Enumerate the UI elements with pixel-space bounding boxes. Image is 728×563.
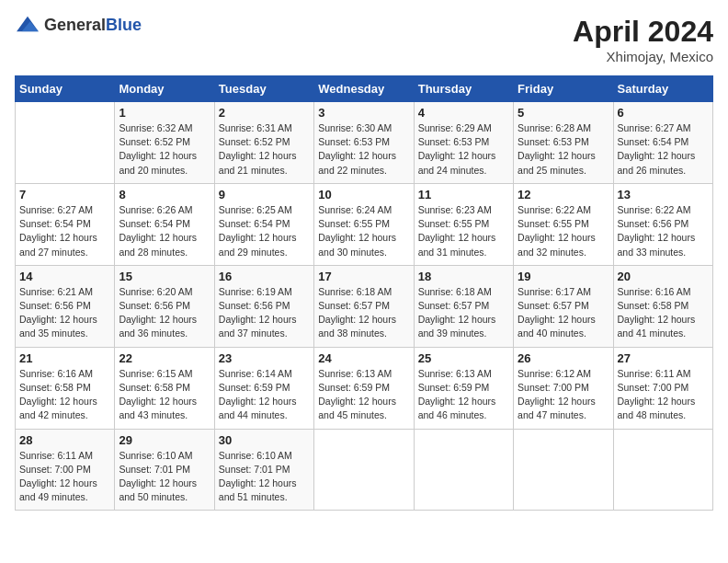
- day-info: Sunrise: 6:16 AM Sunset: 6:58 PM Dayligh…: [618, 285, 709, 341]
- day-info: Sunrise: 6:25 AM Sunset: 6:54 PM Dayligh…: [219, 203, 310, 259]
- day-info: Sunrise: 6:13 AM Sunset: 6:59 PM Dayligh…: [418, 367, 509, 423]
- day-info: Sunrise: 6:14 AM Sunset: 6:59 PM Dayligh…: [219, 367, 310, 423]
- calendar-cell: 21Sunrise: 6:16 AM Sunset: 6:58 PM Dayli…: [16, 347, 115, 429]
- day-number: 20: [618, 270, 709, 283]
- day-number: 7: [19, 188, 110, 201]
- day-number: 13: [618, 188, 709, 201]
- day-number: 30: [219, 433, 310, 447]
- day-number: 23: [219, 351, 310, 365]
- calendar-cell: 3Sunrise: 6:30 AM Sunset: 6:53 PM Daylig…: [314, 102, 414, 184]
- day-info: Sunrise: 6:11 AM Sunset: 7:00 PM Dayligh…: [19, 449, 110, 505]
- day-info: Sunrise: 6:10 AM Sunset: 7:01 PM Dayligh…: [219, 449, 310, 505]
- day-number: 2: [219, 106, 310, 120]
- day-info: Sunrise: 6:30 AM Sunset: 6:53 PM Dayligh…: [318, 121, 409, 178]
- day-info: Sunrise: 6:13 AM Sunset: 6:59 PM Dayligh…: [318, 367, 409, 423]
- calendar-cell: 20Sunrise: 6:16 AM Sunset: 6:58 PM Dayli…: [613, 265, 712, 347]
- day-info: Sunrise: 6:12 AM Sunset: 7:00 PM Dayligh…: [518, 367, 609, 423]
- calendar-cell: [613, 429, 712, 511]
- location-subtitle: Xhimojay, Mexico: [573, 49, 713, 64]
- calendar-week-row: 1Sunrise: 6:32 AM Sunset: 6:52 PM Daylig…: [16, 102, 713, 184]
- calendar-cell: 2Sunrise: 6:31 AM Sunset: 6:52 PM Daylig…: [214, 102, 313, 184]
- day-info: Sunrise: 6:15 AM Sunset: 6:58 PM Dayligh…: [119, 367, 210, 423]
- day-info: Sunrise: 6:11 AM Sunset: 7:00 PM Dayligh…: [618, 367, 709, 423]
- col-wednesday: Wednesday: [314, 76, 414, 102]
- calendar-cell: 11Sunrise: 6:23 AM Sunset: 6:55 PM Dayli…: [414, 183, 513, 265]
- day-info: Sunrise: 6:17 AM Sunset: 6:57 PM Dayligh…: [518, 285, 609, 341]
- day-number: 26: [518, 351, 609, 365]
- calendar-cell: 8Sunrise: 6:26 AM Sunset: 6:54 PM Daylig…: [115, 183, 214, 265]
- calendar-cell: 27Sunrise: 6:11 AM Sunset: 7:00 PM Dayli…: [613, 347, 712, 429]
- calendar-cell: 10Sunrise: 6:24 AM Sunset: 6:55 PM Dayli…: [314, 183, 414, 265]
- calendar-header: Sunday Monday Tuesday Wednesday Thursday…: [16, 76, 713, 102]
- calendar-cell: 23Sunrise: 6:14 AM Sunset: 6:59 PM Dayli…: [214, 347, 313, 429]
- day-number: 29: [119, 433, 210, 447]
- day-number: 18: [418, 270, 509, 283]
- col-sunday: Sunday: [16, 76, 115, 102]
- col-monday: Monday: [115, 76, 214, 102]
- day-number: 12: [518, 188, 609, 201]
- day-number: 16: [219, 270, 310, 283]
- day-number: 14: [19, 270, 110, 283]
- calendar-cell: 26Sunrise: 6:12 AM Sunset: 7:00 PM Dayli…: [514, 347, 613, 429]
- logo: GeneralBlue: [15, 15, 142, 35]
- calendar-week-row: 28Sunrise: 6:11 AM Sunset: 7:00 PM Dayli…: [16, 429, 713, 511]
- calendar-cell: 5Sunrise: 6:28 AM Sunset: 6:53 PM Daylig…: [514, 102, 613, 184]
- day-info: Sunrise: 6:23 AM Sunset: 6:55 PM Dayligh…: [418, 203, 509, 259]
- day-number: 22: [119, 351, 210, 365]
- calendar-cell: 29Sunrise: 6:10 AM Sunset: 7:01 PM Dayli…: [115, 429, 214, 511]
- logo-general: General: [44, 16, 106, 34]
- calendar-cell: 13Sunrise: 6:22 AM Sunset: 6:56 PM Dayli…: [613, 183, 712, 265]
- calendar-cell: [514, 429, 613, 511]
- page-header: GeneralBlue April 2024 Xhimojay, Mexico: [15, 15, 713, 64]
- day-info: Sunrise: 6:16 AM Sunset: 6:58 PM Dayligh…: [19, 367, 110, 423]
- calendar-cell: 12Sunrise: 6:22 AM Sunset: 6:55 PM Dayli…: [514, 183, 613, 265]
- day-info: Sunrise: 6:22 AM Sunset: 6:56 PM Dayligh…: [618, 203, 709, 259]
- calendar-cell: 7Sunrise: 6:27 AM Sunset: 6:54 PM Daylig…: [16, 183, 115, 265]
- calendar-week-row: 14Sunrise: 6:21 AM Sunset: 6:56 PM Dayli…: [16, 265, 713, 347]
- day-info: Sunrise: 6:18 AM Sunset: 6:57 PM Dayligh…: [318, 285, 409, 341]
- day-number: 8: [119, 188, 210, 201]
- calendar-cell: 22Sunrise: 6:15 AM Sunset: 6:58 PM Dayli…: [115, 347, 214, 429]
- day-info: Sunrise: 6:27 AM Sunset: 6:54 PM Dayligh…: [618, 121, 709, 178]
- day-number: 4: [418, 106, 509, 120]
- calendar-cell: [314, 429, 414, 511]
- calendar-cell: 17Sunrise: 6:18 AM Sunset: 6:57 PM Dayli…: [314, 265, 414, 347]
- calendar-cell: 30Sunrise: 6:10 AM Sunset: 7:01 PM Dayli…: [214, 429, 313, 511]
- header-row: Sunday Monday Tuesday Wednesday Thursday…: [16, 76, 713, 102]
- day-info: Sunrise: 6:27 AM Sunset: 6:54 PM Dayligh…: [19, 203, 110, 259]
- calendar-table: Sunday Monday Tuesday Wednesday Thursday…: [15, 75, 713, 511]
- day-number: 3: [318, 106, 409, 120]
- day-number: 27: [618, 351, 709, 365]
- calendar-cell: 1Sunrise: 6:32 AM Sunset: 6:52 PM Daylig…: [115, 102, 214, 184]
- day-number: 9: [219, 188, 310, 201]
- day-number: 6: [618, 106, 709, 120]
- day-number: 24: [318, 351, 409, 365]
- calendar-cell: 14Sunrise: 6:21 AM Sunset: 6:56 PM Dayli…: [16, 265, 115, 347]
- day-number: 21: [19, 351, 110, 365]
- day-info: Sunrise: 6:10 AM Sunset: 7:01 PM Dayligh…: [119, 449, 210, 505]
- day-info: Sunrise: 6:19 AM Sunset: 6:56 PM Dayligh…: [219, 285, 310, 341]
- col-saturday: Saturday: [613, 76, 712, 102]
- title-block: April 2024 Xhimojay, Mexico: [573, 15, 713, 64]
- day-info: Sunrise: 6:31 AM Sunset: 6:52 PM Dayligh…: [219, 121, 310, 178]
- calendar-cell: 6Sunrise: 6:27 AM Sunset: 6:54 PM Daylig…: [613, 102, 712, 184]
- col-tuesday: Tuesday: [214, 76, 313, 102]
- calendar-cell: 4Sunrise: 6:29 AM Sunset: 6:53 PM Daylig…: [414, 102, 513, 184]
- day-info: Sunrise: 6:28 AM Sunset: 6:53 PM Dayligh…: [518, 121, 609, 178]
- month-year-title: April 2024: [573, 15, 713, 49]
- day-number: 11: [418, 188, 509, 201]
- calendar-cell: 9Sunrise: 6:25 AM Sunset: 6:54 PM Daylig…: [214, 183, 313, 265]
- calendar-cell: 24Sunrise: 6:13 AM Sunset: 6:59 PM Dayli…: [314, 347, 414, 429]
- day-number: 15: [119, 270, 210, 283]
- calendar-cell: 18Sunrise: 6:18 AM Sunset: 6:57 PM Dayli…: [414, 265, 513, 347]
- logo-icon: [15, 15, 40, 35]
- day-number: 17: [318, 270, 409, 283]
- day-info: Sunrise: 6:22 AM Sunset: 6:55 PM Dayligh…: [518, 203, 609, 259]
- calendar-week-row: 21Sunrise: 6:16 AM Sunset: 6:58 PM Dayli…: [16, 347, 713, 429]
- calendar-cell: [414, 429, 513, 511]
- day-number: 25: [418, 351, 509, 365]
- day-number: 28: [19, 433, 110, 447]
- day-number: 10: [318, 188, 409, 201]
- col-friday: Friday: [514, 76, 613, 102]
- calendar-cell: 15Sunrise: 6:20 AM Sunset: 6:56 PM Dayli…: [115, 265, 214, 347]
